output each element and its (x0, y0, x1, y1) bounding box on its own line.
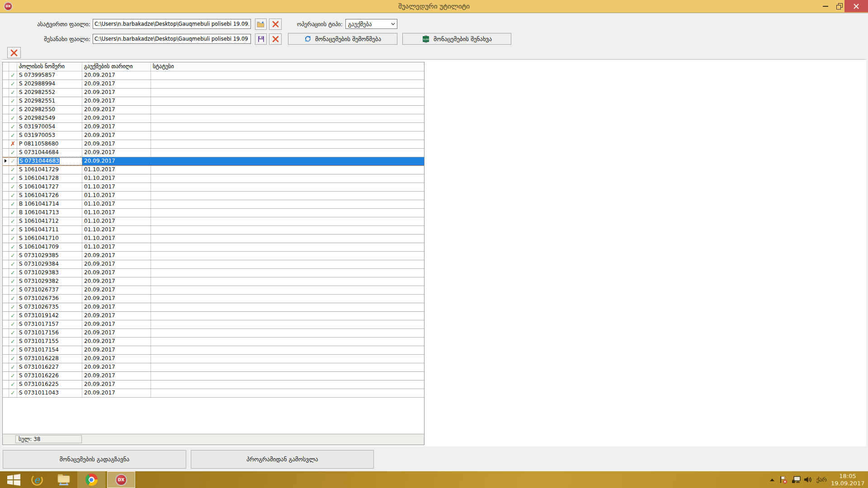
cell-policy-number[interactable]: S 0731029382 (17, 277, 82, 286)
cell-cancel-date[interactable]: 20.09.2017 (82, 80, 151, 88)
table-row[interactable]: S 106104172901.10.2017 (3, 166, 424, 174)
cell-cancel-date[interactable]: 20.09.2017 (82, 157, 151, 165)
close-button[interactable] (844, 0, 868, 12)
cell-cancel-date[interactable]: 20.09.2017 (82, 123, 151, 131)
cell-policy-number[interactable]: S 202982552 (17, 89, 82, 97)
table-row[interactable]: S 073102673720.09.2017 (3, 286, 424, 295)
table-row[interactable]: S 106104171201.10.2017 (3, 217, 424, 226)
table-row[interactable]: S 073104468320.09.2017 (3, 157, 424, 166)
operation-type-select[interactable]: გაუქმება (345, 19, 397, 29)
cell-status[interactable] (151, 140, 424, 148)
taskbar-item-chrome[interactable] (77, 471, 105, 488)
cell-status[interactable] (151, 114, 424, 122)
cell-cancel-date[interactable]: 20.09.2017 (82, 303, 151, 311)
cell-policy-number[interactable]: S 1061041711 (17, 226, 82, 234)
cell-policy-number[interactable]: S 1061041710 (17, 235, 82, 243)
table-row[interactable]: S 073101104320.09.2017 (3, 389, 424, 398)
cell-status[interactable] (151, 355, 424, 363)
cell-status[interactable] (151, 295, 424, 303)
cell-cancel-date[interactable]: 01.10.2017 (82, 192, 151, 200)
cell-status[interactable] (151, 346, 424, 354)
cell-policy-number[interactable]: S 0731017157 (17, 320, 82, 328)
cell-cancel-date[interactable]: 20.09.2017 (82, 286, 151, 294)
table-row[interactable]: S 106104172601.10.2017 (3, 192, 424, 200)
taskbar-item-explorer[interactable] (54, 471, 73, 488)
cell-policy-number[interactable]: S 0731026735 (17, 303, 82, 311)
cell-cancel-date[interactable]: 01.10.2017 (82, 166, 151, 174)
cell-policy-number[interactable]: S 0731016227 (17, 363, 82, 371)
cell-cancel-date[interactable]: 20.09.2017 (82, 363, 151, 371)
cell-cancel-date[interactable]: 20.09.2017 (82, 106, 151, 114)
table-row[interactable]: S 106104170901.10.2017 (3, 243, 424, 252)
cell-cancel-date[interactable]: 20.09.2017 (82, 252, 151, 260)
cell-policy-number[interactable]: S 0731044683 (17, 157, 82, 165)
cell-status[interactable] (151, 243, 424, 251)
cell-status[interactable] (151, 226, 424, 234)
cell-cancel-date[interactable]: 20.09.2017 (82, 295, 151, 303)
column-header-policy-number[interactable]: პოლისის ნომერი (17, 62, 82, 71)
cell-cancel-date[interactable]: 20.09.2017 (82, 389, 151, 397)
cell-policy-number[interactable]: S 0731016225 (17, 380, 82, 389)
cell-policy-number[interactable]: S 0731016228 (17, 355, 82, 363)
taskbar-item-dx-app[interactable]: DX (107, 471, 135, 488)
table-row[interactable]: B 106104171301.10.2017 (3, 209, 424, 217)
cell-policy-number[interactable]: S 0731029384 (17, 260, 82, 268)
cell-policy-number[interactable]: S 0731019142 (17, 312, 82, 320)
cell-policy-number[interactable]: S 0731017154 (17, 346, 82, 354)
clear-source-file-button[interactable] (269, 19, 282, 30)
cell-policy-number[interactable]: S 1061041727 (17, 183, 82, 191)
taskbar-item-ie[interactable]: e (28, 471, 46, 488)
cell-cancel-date[interactable]: 20.09.2017 (82, 346, 151, 354)
cell-cancel-date[interactable]: 20.09.2017 (82, 131, 151, 140)
cell-status[interactable] (151, 260, 424, 268)
cell-policy-number[interactable]: P 0811058680 (17, 140, 82, 148)
cell-status[interactable] (151, 269, 424, 277)
cell-policy-number[interactable]: S 031970053 (17, 131, 82, 140)
cell-cancel-date[interactable]: 01.10.2017 (82, 209, 151, 217)
send-data-button[interactable]: მონაცემების გადაგზავნა (3, 450, 186, 469)
cell-policy-number[interactable]: S 0731029385 (17, 252, 82, 260)
table-row[interactable]: B 106104171401.10.2017 (3, 200, 424, 209)
cell-policy-number[interactable]: S 202988994 (17, 80, 82, 88)
cell-status[interactable] (151, 174, 424, 183)
cell-status[interactable] (151, 303, 424, 311)
cell-cancel-date[interactable]: 01.10.2017 (82, 243, 151, 251)
table-row[interactable]: S 073101622520.09.2017 (3, 380, 424, 389)
table-row[interactable]: S 20298254920.09.2017 (3, 114, 424, 123)
cell-policy-number[interactable]: S 1061041709 (17, 243, 82, 251)
cell-status[interactable] (151, 71, 424, 80)
table-row[interactable]: S 073102673620.09.2017 (3, 295, 424, 303)
cell-policy-number[interactable]: S 0731017155 (17, 338, 82, 346)
table-row[interactable]: S 073102938320.09.2017 (3, 269, 424, 277)
tray-show-hidden-button[interactable] (768, 471, 777, 488)
cell-cancel-date[interactable]: 20.09.2017 (82, 380, 151, 389)
open-file-button[interactable] (255, 19, 267, 30)
cell-cancel-date[interactable]: 01.10.2017 (82, 235, 151, 243)
cell-status[interactable] (151, 166, 424, 174)
table-row[interactable]: S 073101715720.09.2017 (3, 320, 424, 329)
cell-cancel-date[interactable]: 01.10.2017 (82, 200, 151, 208)
cell-cancel-date[interactable]: 20.09.2017 (82, 97, 151, 105)
cell-policy-number[interactable]: S 0731016226 (17, 372, 82, 380)
cell-status[interactable] (151, 200, 424, 208)
tray-language-indicator[interactable]: ქარ (814, 471, 829, 488)
cell-policy-number[interactable]: S 073995857 (17, 71, 82, 80)
table-row[interactable]: S 073102938520.09.2017 (3, 252, 424, 260)
restore-button[interactable] (833, 0, 845, 12)
table-row[interactable]: S 073101622620.09.2017 (3, 372, 424, 380)
cell-policy-number[interactable]: S 202982549 (17, 114, 82, 122)
column-header-status[interactable]: სტატუსი (151, 62, 424, 71)
cell-cancel-date[interactable]: 20.09.2017 (82, 269, 151, 277)
table-row[interactable]: S 106104171101.10.2017 (3, 226, 424, 235)
table-row[interactable]: S 03197005320.09.2017 (3, 131, 424, 140)
cell-status[interactable] (151, 131, 424, 140)
cell-status[interactable] (151, 149, 424, 157)
cell-policy-number[interactable]: S 1061041729 (17, 166, 82, 174)
cell-policy-number[interactable]: B 1061041714 (17, 200, 82, 208)
table-row[interactable]: S 03197005420.09.2017 (3, 123, 424, 131)
cell-cancel-date[interactable]: 20.09.2017 (82, 149, 151, 157)
table-row[interactable]: S 073101622720.09.2017 (3, 363, 424, 372)
table-row[interactable]: S 073102938420.09.2017 (3, 260, 424, 269)
table-row[interactable]: S 073102673520.09.2017 (3, 303, 424, 312)
column-header-cancel-date[interactable]: გაუქმების თარიღი (82, 62, 151, 71)
